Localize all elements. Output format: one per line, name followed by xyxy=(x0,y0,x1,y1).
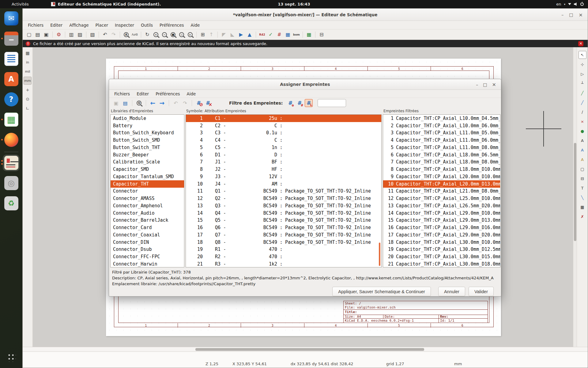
help-icon[interactable]: ? xyxy=(4,92,18,106)
symbol-assignment-row[interactable]: 17Q7 -BC549:Package_TO_SOT_THT:TO-92_Inl… xyxy=(186,231,381,239)
add-wire-icon[interactable]: ╱ xyxy=(579,89,586,97)
library-list-item[interactable]: Connector_Harwin xyxy=(111,260,184,267)
firefox-icon[interactable] xyxy=(4,133,18,147)
library-list-item[interactable]: Connector_AMASS xyxy=(111,195,184,202)
close-icon[interactable]: × xyxy=(492,82,496,87)
banner-close-icon[interactable]: ✕ xyxy=(578,41,583,46)
filter-by-pin-count-icon[interactable]: ## xyxy=(296,99,303,107)
library-list-item[interactable]: Connector_Amphenol xyxy=(111,202,184,209)
find-icon[interactable]: A xyxy=(122,31,130,39)
symbol-assignment-row[interactable]: 13Q3 -BC549:Package_TO_SOT_THT:TO-92_Inl… xyxy=(186,202,381,209)
unit-inches-button[interactable]: in xyxy=(24,58,32,66)
volume-icon[interactable] xyxy=(574,2,578,6)
footprint-list-item[interactable]: 12Capacitor_THT:CP_Axial_L25.0mm_D10.0mm xyxy=(383,195,500,202)
hierarchical-sheet-icon[interactable]: ▢ xyxy=(579,165,586,173)
canvas-vertical-scrollbar[interactable] xyxy=(573,47,577,347)
library-list-item[interactable]: Capacitor_Tantalum_SMD xyxy=(111,173,184,180)
undo-icon[interactable]: ↶ xyxy=(172,99,180,107)
save-association-icon[interactable]: ▣ xyxy=(112,99,120,107)
rotate-ccw-icon[interactable]: ▲ xyxy=(246,31,254,39)
footprint-list-item[interactable]: 4Capacitor_THT:CP_Axial_L11.0mm_D6.0mm_ xyxy=(383,136,500,144)
library-list-item[interactable]: Button_Switch_SMD xyxy=(111,136,184,144)
footprint-list-item[interactable]: 5Capacitor_THT:CP_Axial_L11.0mm_D8.0mm_ xyxy=(383,144,500,151)
previous-unassigned-icon[interactable]: ← xyxy=(149,99,157,107)
mirror-vertical-icon[interactable]: ◤ xyxy=(220,31,228,39)
add-power-icon[interactable]: ┴ xyxy=(579,79,586,87)
delete-all-associations-icon[interactable]: #× xyxy=(204,99,212,107)
library-list-item[interactable]: Connector_Dsub xyxy=(111,246,184,253)
footprint-list-item[interactable]: 21Capacitor_THT:CP_Axial_L30.0mm_D18.0mm xyxy=(383,260,500,267)
zoom-fit-icon[interactable]: ■ xyxy=(169,31,177,39)
new-file-icon[interactable]: ▢ xyxy=(25,31,33,39)
delete-association-icon[interactable]: #⊘ xyxy=(195,99,203,107)
library-list-item[interactable]: Connector_Coaxial xyxy=(111,231,184,239)
maximize-icon[interactable]: □ xyxy=(483,82,487,87)
delete-tool-icon[interactable]: ✗ xyxy=(579,213,586,220)
footprint-list-item[interactable]: 20Capacitor_THT:CP_Axial_L30.0mm_D15.0mm xyxy=(383,253,500,260)
library-list-item[interactable]: Battery xyxy=(111,122,184,129)
footprint-list-item[interactable]: 6Capacitor_THT:CP_Axial_L18.0mm_D6.5mm_ xyxy=(383,151,500,159)
library-list-item[interactable]: Connector_DIN xyxy=(111,239,184,246)
grid-settings-icon[interactable]: ▦ xyxy=(24,49,32,57)
import-sheet-pin-icon[interactable]: ⊟ xyxy=(579,174,586,182)
libreoffice-writer-icon[interactable] xyxy=(4,52,18,66)
clock[interactable]: 13 sept. 16:43 xyxy=(0,2,588,6)
symbol-assignment-row[interactable]: 8J2 -HF: xyxy=(186,166,381,173)
dialog-menu-prfrences[interactable]: Préférences xyxy=(152,90,183,97)
trash-launcher[interactable]: ♻ xyxy=(0,193,22,213)
footprint-list-item[interactable]: 16Capacitor_THT:CP_Axial_L29.0mm_D16.0mm xyxy=(383,224,500,231)
library-list-item[interactable]: Button_Switch_Keyboard xyxy=(111,129,184,137)
view-selected-footprint-icon[interactable]: ▤ xyxy=(121,99,129,107)
libreoffice-calc-launcher[interactable]: ▦ xyxy=(0,109,22,130)
dialog-menu-fichiers[interactable]: Fichiers xyxy=(111,90,133,97)
library-list-item[interactable]: Connector_Card xyxy=(111,224,184,231)
eeschema-launcher[interactable] xyxy=(0,153,22,173)
footprint-list-item[interactable]: 2Capacitor_THT:CP_Axial_L10.0mm_D6.0mm_ xyxy=(383,122,500,129)
footprint-list-item[interactable]: 10Capacitor_THT:CP_Axial_L20.0mm_D13.0mm xyxy=(383,180,500,188)
next-unassigned-icon[interactable]: → xyxy=(158,99,166,107)
undo-icon[interactable]: ↶ xyxy=(101,31,109,39)
add-lines-icon[interactable]: ╲ xyxy=(579,194,586,201)
menu-affichage[interactable]: Affichage xyxy=(66,22,92,29)
symbol-assignment-row[interactable]: 4C4 -C: xyxy=(186,136,381,144)
junction-icon[interactable]: ● xyxy=(579,127,586,135)
library-list-item[interactable]: Capacitor_SMD xyxy=(111,166,184,173)
files-launcher[interactable] xyxy=(0,29,22,49)
paste-icon[interactable]: ▧ xyxy=(89,31,96,39)
add-text-icon[interactable]: T xyxy=(579,184,586,192)
libreoffice-writer-launcher[interactable] xyxy=(0,49,22,69)
dialog-menu-editer[interactable]: Editer xyxy=(133,90,152,97)
menu-aide[interactable]: Aide xyxy=(187,22,203,29)
close-icon[interactable]: × xyxy=(579,12,583,18)
libreoffice-calc-icon[interactable]: ▦ xyxy=(4,113,18,127)
minimize-icon[interactable]: – xyxy=(476,82,478,87)
symbol-assignment-row[interactable]: 11Q1 -BC549:Package_TO_SOT_THT:TO-92_Inl… xyxy=(186,188,381,195)
symbol-assignment-row[interactable]: 18Q8 -BC549:Package_TO_SOT_THT:TO-92_Inl… xyxy=(186,239,381,246)
pcb-editor-icon[interactable]: ▦ xyxy=(305,31,313,39)
symbol-assignment-row[interactable]: 10J4 -AM: xyxy=(186,180,381,188)
highlight-net-icon[interactable]: ⊹ xyxy=(579,60,586,68)
network-icon[interactable] xyxy=(568,3,571,5)
show-applications-icon[interactable] xyxy=(0,347,22,367)
ubuntu-software-launcher[interactable]: A xyxy=(0,69,22,89)
firefox-launcher[interactable] xyxy=(0,130,22,150)
hierarchy-navigator-icon[interactable]: ⊞ xyxy=(199,31,207,39)
open-folder-icon[interactable]: ▤ xyxy=(34,31,42,39)
power-icon[interactable] xyxy=(580,2,584,6)
symbol-assignment-row[interactable]: 9J3 -12V: xyxy=(186,173,381,180)
cancel-button[interactable]: Annuler xyxy=(438,287,465,296)
fields-table-icon[interactable]: ▦ xyxy=(284,31,292,39)
library-list-item[interactable]: Button_Switch_THT xyxy=(111,144,184,151)
footprint-list-item[interactable]: 17Capacitor_THT:CP_Axial_L29.0mm_D20.0mm xyxy=(383,231,500,239)
footprint-list-item[interactable]: 3Capacitor_THT:CP_Axial_L11.0mm_D5.0mm_ xyxy=(383,129,500,137)
libraries-list[interactable]: Audio_ModuleBatteryButton_Switch_Keyboar… xyxy=(110,114,184,267)
library-list-item[interactable]: Calibration_Scale xyxy=(111,159,184,166)
thunderbird-icon[interactable]: ✉ xyxy=(4,11,18,25)
symbol-assignment-row[interactable]: 6D1 -D: xyxy=(186,151,381,159)
select-tool-icon[interactable]: ↖ xyxy=(579,51,586,59)
filter-by-library-icon[interactable]: #L xyxy=(305,99,313,107)
scrollbar-thumb[interactable] xyxy=(574,143,576,241)
print-icon[interactable]: ▥ xyxy=(67,31,75,39)
filtered-footprints-list[interactable]: 1Capacitor_THT:CP_Axial_L10.0mm_D4.5mm_2… xyxy=(383,114,500,267)
assignments-list[interactable]: 1C1 -25u:2C2 -C:3C3 -0.1u:4C4 -C:5C5 -1n… xyxy=(186,114,382,267)
